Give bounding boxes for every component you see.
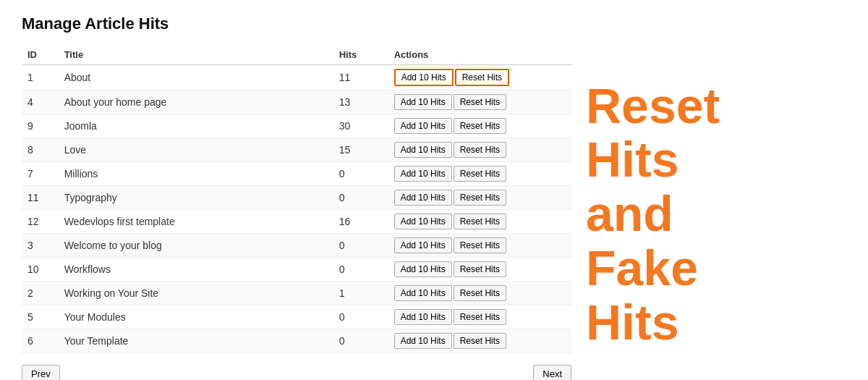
action-btn-group: Add 10 HitsReset Hits — [394, 237, 566, 253]
cell-actions: Add 10 HitsReset Hits — [388, 210, 571, 234]
add-hits-button[interactable]: Add 10 Hits — [394, 214, 452, 229]
action-btn-group: Add 10 HitsReset Hits — [394, 118, 566, 134]
col-header-title: Title — [59, 45, 333, 65]
cell-actions: Add 10 HitsReset Hits — [388, 329, 571, 353]
cell-actions: Add 10 HitsReset Hits — [388, 258, 571, 282]
cell-title: Love — [59, 138, 333, 162]
reset-hits-button[interactable]: Reset Hits — [454, 261, 506, 277]
reset-hits-button[interactable]: Reset Hits — [454, 309, 506, 325]
action-btn-group: Add 10 HitsReset Hits — [394, 309, 566, 325]
cell-title: Typography — [59, 186, 333, 210]
side-word-hits1: Hits — [586, 132, 678, 187]
action-btn-group: Add 10 HitsReset Hits — [394, 166, 566, 182]
action-btn-group: Add 10 HitsReset Hits — [394, 214, 566, 229]
side-word-fake: Fake — [586, 241, 698, 295]
cell-title: About — [59, 65, 333, 90]
table-row: 5Your Modules0Add 10 HitsReset Hits — [22, 305, 571, 329]
side-word-reset: Reset — [586, 79, 720, 133]
table-row: 11Typography0Add 10 HitsReset Hits — [22, 186, 571, 210]
pagination: Prev Next — [22, 365, 571, 380]
cell-actions: Add 10 HitsReset Hits — [388, 90, 571, 114]
reset-hits-button[interactable]: Reset Hits — [454, 118, 506, 134]
reset-hits-button[interactable]: Reset Hits — [454, 285, 506, 301]
add-hits-button[interactable]: Add 10 Hits — [394, 69, 454, 86]
add-hits-button[interactable]: Add 10 Hits — [394, 285, 452, 301]
cell-title: Welcome to your blog — [59, 234, 333, 258]
cell-title: About your home page — [59, 90, 333, 114]
cell-id: 2 — [22, 282, 59, 305]
reset-hits-button[interactable]: Reset Hits — [454, 333, 506, 349]
action-btn-group: Add 10 HitsReset Hits — [394, 94, 566, 110]
reset-hits-button[interactable]: Reset Hits — [454, 214, 506, 229]
cell-title: Millions — [59, 162, 333, 186]
cell-hits: 0 — [333, 234, 388, 258]
action-btn-group: Add 10 HitsReset Hits — [394, 190, 566, 206]
cell-hits: 1 — [333, 282, 388, 305]
action-btn-group: Add 10 HitsReset Hits — [394, 333, 566, 349]
cell-hits: 13 — [333, 90, 388, 114]
action-btn-group: Add 10 HitsReset Hits — [394, 142, 566, 158]
article-hits-table: ID Title Hits Actions 1About11Add 10 Hit… — [22, 45, 571, 353]
table-row: 8Love15Add 10 HitsReset Hits — [22, 138, 571, 162]
cell-id: 1 — [22, 65, 59, 90]
action-btn-group: Add 10 HitsReset Hits — [394, 69, 566, 86]
cell-id: 7 — [22, 162, 59, 186]
cell-id: 10 — [22, 258, 59, 282]
cell-id: 5 — [22, 305, 59, 329]
cell-actions: Add 10 HitsReset Hits — [388, 114, 571, 138]
prev-button[interactable]: Prev — [22, 365, 60, 380]
add-hits-button[interactable]: Add 10 Hits — [394, 142, 452, 158]
cell-id: 12 — [22, 210, 59, 234]
cell-hits: 0 — [333, 162, 388, 186]
cell-hits: 11 — [333, 65, 388, 90]
cell-hits: 0 — [333, 305, 388, 329]
cell-id: 11 — [22, 186, 59, 210]
table-row: 4About your home page13Add 10 HitsReset … — [22, 90, 571, 114]
cell-title: Wedevlops first template — [59, 210, 333, 234]
reset-hits-button[interactable]: Reset Hits — [454, 94, 506, 110]
cell-title: Your Template — [59, 329, 333, 353]
cell-id: 9 — [22, 114, 59, 138]
cell-title: Joomla — [59, 114, 333, 138]
cell-id: 4 — [22, 90, 59, 114]
table-row: 2Working on Your Site1Add 10 HitsReset H… — [22, 282, 571, 305]
cell-actions: Add 10 HitsReset Hits — [388, 305, 571, 329]
add-hits-button[interactable]: Add 10 Hits — [394, 94, 452, 110]
table-row: 7Millions0Add 10 HitsReset Hits — [22, 162, 571, 186]
add-hits-button[interactable]: Add 10 Hits — [394, 261, 452, 277]
reset-hits-button[interactable]: Reset Hits — [454, 142, 506, 158]
table-row: 10Workflows0Add 10 HitsReset Hits — [22, 258, 571, 282]
cell-title: Your Modules — [59, 305, 333, 329]
cell-id: 6 — [22, 329, 59, 353]
table-row: 1About11Add 10 HitsReset Hits — [22, 65, 571, 90]
cell-title: Working on Your Site — [59, 282, 333, 305]
col-header-id: ID — [22, 45, 59, 65]
cell-title: Workflows — [59, 258, 333, 282]
table-row: 12Wedevlops first template16Add 10 HitsR… — [22, 210, 571, 234]
reset-hits-button[interactable]: Reset Hits — [454, 166, 506, 182]
page-title: Manage Article Hits — [22, 14, 846, 33]
add-hits-button[interactable]: Add 10 Hits — [394, 237, 452, 253]
reset-hits-button[interactable]: Reset Hits — [454, 237, 506, 253]
cell-actions: Add 10 HitsReset Hits — [388, 282, 571, 305]
action-btn-group: Add 10 HitsReset Hits — [394, 261, 566, 277]
add-hits-button[interactable]: Add 10 Hits — [394, 190, 452, 206]
add-hits-button[interactable]: Add 10 Hits — [394, 166, 452, 182]
add-hits-button[interactable]: Add 10 Hits — [394, 309, 452, 325]
reset-hits-button[interactable]: Reset Hits — [455, 69, 509, 86]
cell-hits: 0 — [333, 186, 388, 210]
add-hits-button[interactable]: Add 10 Hits — [394, 333, 452, 349]
next-button[interactable]: Next — [533, 365, 571, 380]
table-section: ID Title Hits Actions 1About11Add 10 Hit… — [22, 45, 571, 380]
cell-actions: Add 10 HitsReset Hits — [388, 65, 571, 90]
add-hits-button[interactable]: Add 10 Hits — [394, 118, 452, 134]
table-row: 3Welcome to your blog0Add 10 HitsReset H… — [22, 234, 571, 258]
side-text-block: Reset Hits and Fake Hits — [571, 45, 846, 380]
col-header-hits: Hits — [333, 45, 388, 65]
col-header-actions: Actions — [388, 45, 571, 65]
cell-actions: Add 10 HitsReset Hits — [388, 234, 571, 258]
reset-hits-button[interactable]: Reset Hits — [454, 190, 506, 206]
side-word-hits2: Hits — [586, 295, 678, 350]
cell-id: 8 — [22, 138, 59, 162]
table-row: 6Your Template0Add 10 HitsReset Hits — [22, 329, 571, 353]
